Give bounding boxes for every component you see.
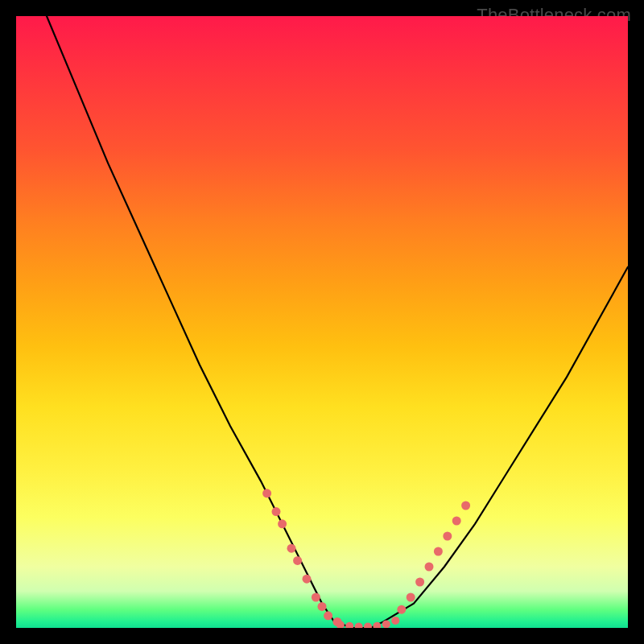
data-dot [324,611,332,620]
data-dot [391,617,399,625]
chart-svg-layer [16,16,628,628]
data-dot [425,563,434,572]
data-dot [461,502,470,510]
data-dot [312,593,320,602]
chart-frame [16,16,628,628]
data-dot [443,532,452,541]
data-dot [272,507,281,516]
data-dot [382,620,390,628]
data-dot [303,575,312,584]
data-dot [452,517,461,526]
data-dot [345,622,353,628]
data-dot [293,556,302,565]
bottleneck-curve [47,16,628,628]
data-dot [415,578,424,587]
curve-data-dots [262,489,470,628]
data-dot [318,602,327,611]
data-dot [262,489,271,497]
data-dot [355,623,363,629]
data-dot [278,519,287,528]
data-dot [364,623,372,629]
data-dot [397,605,406,614]
data-dot [407,593,415,602]
data-dot [287,544,296,553]
data-dot [434,547,443,556]
